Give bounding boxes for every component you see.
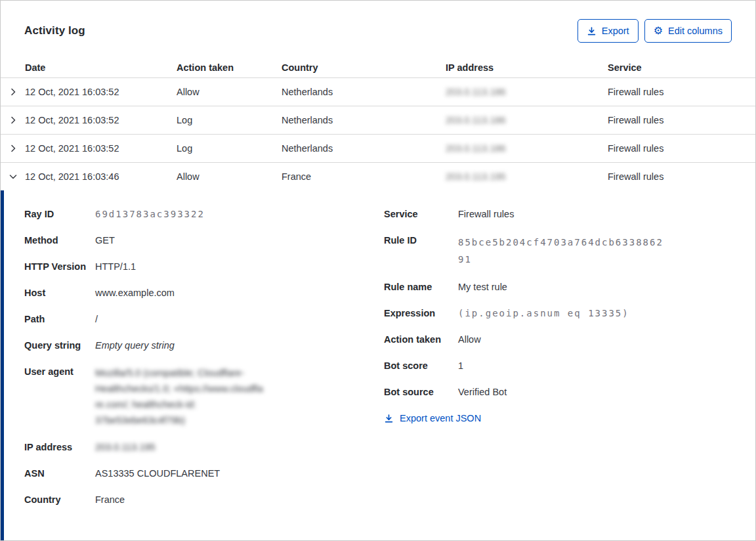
action-taken-value: Allow [458,333,481,347]
service-value: Firewall rules [458,207,514,221]
table-header-row: Date Action taken Country IP address Ser… [1,57,755,78]
column-header-action: Action taken [177,62,282,73]
detail-row-path: Path / [24,313,300,326]
column-header-ip-address: IP address [446,62,608,73]
detail-row-service: Service Firewall rules [384,207,666,221]
country-value: France [95,493,125,507]
method-value: GET [95,234,115,248]
cell-ip-redacted: 203.0.113.186 [446,87,506,97]
download-icon [587,26,597,36]
cell-date: 12 Oct, 2021 16:03:52 [25,87,177,97]
detail-row-method: Method GET [24,234,300,248]
user-agent-value-redacted: Mozilla/5.0 (compatible; Cloudflare- Hea… [95,365,263,428]
expression-value: (ip.geoip.asnum eq 13335) [458,307,629,320]
rule-id-value: 85bce5b204cf4703a764dcb633886291 [458,234,666,268]
detail-row-expression: Expression (ip.geoip.asnum eq 13335) [384,307,666,320]
download-icon [384,414,394,423]
cell-service: Firewall rules [608,143,755,154]
event-detail-panel: Ray ID 69d13783ac393322 Method GET HTTP … [1,190,755,540]
table-row[interactable]: 12 Oct, 2021 16:03:52 Allow Netherlands … [1,78,755,106]
edit-columns-button-label: Edit columns [668,26,723,36]
query-string-value: Empty query string [95,339,175,353]
gear-icon: ⚙ [654,26,663,36]
detail-row-bot-score: Bot score 1 [384,359,666,373]
cell-service: Firewall rules [608,87,755,97]
chevron-right-icon[interactable] [1,144,25,153]
detail-row-rule-id: Rule ID 85bce5b204cf4703a764dcb633886291 [384,234,666,268]
cell-ip-redacted: 203.0.113.195 [446,171,506,182]
chevron-down-icon[interactable] [1,172,25,181]
cell-country: Netherlands [282,143,446,154]
detail-row-bot-source: Bot source Verified Bot [384,385,666,399]
cell-date: 12 Oct, 2021 16:03:52 [25,143,177,154]
chevron-right-icon[interactable] [1,87,25,97]
column-header-date: Date [25,62,177,73]
detail-row-action-taken: Action taken Allow [384,333,666,347]
ray-id-value: 69d13783ac393322 [95,207,205,221]
toolbar: Export ⚙ Edit columns [578,19,732,43]
cell-action: Allow [177,171,282,182]
chevron-right-icon[interactable] [1,116,25,125]
detail-right-column: Service Firewall rules Rule ID 85bce5b20… [384,207,666,426]
page-title: Activity log [24,24,85,37]
table-row-expanded[interactable]: 12 Oct, 2021 16:03:46 Allow France 203.0… [1,162,755,190]
detail-left-column: Ray ID 69d13783ac393322 Method GET HTTP … [24,207,300,519]
detail-row-http-version: HTTP Version HTTP/1.1 [24,260,300,274]
cell-date: 12 Oct, 2021 16:03:52 [25,115,177,125]
table-row[interactable]: 12 Oct, 2021 16:03:52 Log Netherlands 20… [1,106,755,134]
bot-score-value: 1 [458,359,463,373]
cell-action: Allow [177,87,282,97]
export-event-json-label: Export event JSON [400,413,481,423]
ip-address-value-redacted: 203.0.113.195 [95,441,156,454]
detail-row-ray-id: Ray ID 69d13783ac393322 [24,207,300,221]
detail-row-host: Host www.example.com [24,286,300,300]
detail-row-query-string: Query string Empty query string [24,339,300,353]
cell-country: Netherlands [282,87,446,97]
detail-row-country: Country France [24,493,300,507]
export-button[interactable]: Export [578,19,639,43]
rule-name-value: My test rule [458,280,507,294]
detail-row-rule-name: Rule name My test rule [384,280,666,294]
cell-service: Firewall rules [608,115,755,125]
bot-source-value: Verified Bot [458,385,507,399]
cell-ip-redacted: 203.0.113.186 [446,143,506,154]
cell-country: France [282,171,446,182]
cell-action: Log [177,143,282,154]
asn-value: AS13335 CLOUDFLARENET [95,467,220,481]
detail-row-user-agent: User agent Mozilla/5.0 (compatible; Clou… [24,365,300,428]
table-row[interactable]: 12 Oct, 2021 16:03:52 Log Netherlands 20… [1,134,755,162]
edit-columns-button[interactable]: ⚙ Edit columns [644,19,732,43]
column-header-service: Service [608,62,755,73]
http-version-value: HTTP/1.1 [95,260,136,274]
panel-header: Activity log Export ⚙ Edit columns [1,1,755,57]
cell-date: 12 Oct, 2021 16:03:46 [25,171,177,182]
cell-country: Netherlands [282,115,446,125]
host-value: www.example.com [95,286,175,300]
export-button-label: Export [602,26,629,36]
path-value: / [95,313,98,326]
detail-row-asn: ASN AS13335 CLOUDFLARENET [24,467,300,481]
cell-service: Firewall rules [608,171,755,182]
cell-ip-redacted: 203.0.113.186 [446,115,506,125]
export-event-json-link[interactable]: Export event JSON [384,413,481,423]
detail-row-ip-address: IP address 203.0.113.195 [24,441,300,454]
activity-log-panel: Activity log Export ⚙ Edit columns Date … [0,0,756,541]
cell-action: Log [177,115,282,125]
column-header-country: Country [282,62,446,73]
